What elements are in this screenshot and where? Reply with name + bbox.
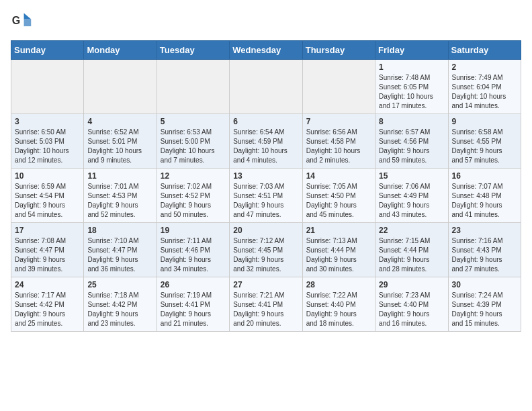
day-number: 7 [306, 117, 371, 126]
svg-text:G: G [12, 15, 20, 26]
calendar-cell: 25Sunrise: 7:18 AM Sunset: 4:42 PM Dayli… [84, 277, 157, 332]
cell-info: Sunrise: 7:06 AM Sunset: 4:49 PM Dayligh… [379, 182, 444, 220]
cell-info: Sunrise: 6:59 AM Sunset: 4:54 PM Dayligh… [15, 182, 80, 220]
calendar-week: 3Sunrise: 6:50 AM Sunset: 5:03 PM Daylig… [11, 114, 521, 169]
calendar-cell: 14Sunrise: 7:05 AM Sunset: 4:50 PM Dayli… [302, 169, 375, 223]
cell-info: Sunrise: 7:19 AM Sunset: 4:41 PM Dayligh… [161, 291, 226, 328]
calendar-cell: 12Sunrise: 7:02 AM Sunset: 4:52 PM Dayli… [157, 169, 229, 223]
day-number: 24 [15, 280, 80, 289]
calendar-week: 24Sunrise: 7:17 AM Sunset: 4:42 PM Dayli… [11, 277, 521, 332]
day-number: 28 [306, 280, 371, 289]
day-number: 14 [306, 171, 371, 181]
cell-info: Sunrise: 7:18 AM Sunset: 4:42 PM Dayligh… [87, 291, 152, 328]
weekday-header: Friday [375, 41, 448, 60]
day-number: 22 [379, 226, 444, 235]
calendar-week: 17Sunrise: 7:08 AM Sunset: 4:47 PM Dayli… [11, 223, 521, 277]
cell-info: Sunrise: 6:50 AM Sunset: 5:03 PM Dayligh… [15, 128, 80, 165]
day-number: 4 [87, 117, 152, 126]
cell-info: Sunrise: 6:53 AM Sunset: 5:00 PM Dayligh… [161, 128, 226, 165]
day-number: 29 [379, 280, 444, 289]
svg-marker-3 [24, 19, 32, 26]
cell-info: Sunrise: 6:54 AM Sunset: 4:59 PM Dayligh… [233, 128, 298, 165]
calendar-cell [230, 60, 302, 114]
cell-info: Sunrise: 7:21 AM Sunset: 4:41 PM Dayligh… [233, 291, 298, 328]
day-number: 2 [452, 62, 517, 72]
calendar-cell: 10Sunrise: 6:59 AM Sunset: 4:54 PM Dayli… [11, 169, 84, 223]
weekday-header: Wednesday [230, 41, 302, 60]
day-number: 21 [306, 226, 371, 235]
cell-info: Sunrise: 7:01 AM Sunset: 4:53 PM Dayligh… [87, 182, 152, 220]
calendar-cell: 13Sunrise: 7:03 AM Sunset: 4:51 PM Dayli… [230, 169, 302, 223]
calendar-cell: 24Sunrise: 7:17 AM Sunset: 4:42 PM Dayli… [11, 277, 84, 332]
cell-info: Sunrise: 6:52 AM Sunset: 5:01 PM Dayligh… [87, 128, 152, 165]
cell-info: Sunrise: 6:57 AM Sunset: 4:56 PM Dayligh… [379, 128, 444, 165]
cell-info: Sunrise: 7:05 AM Sunset: 4:50 PM Dayligh… [306, 182, 371, 220]
cell-info: Sunrise: 7:12 AM Sunset: 4:45 PM Dayligh… [233, 236, 298, 274]
calendar-cell: 11Sunrise: 7:01 AM Sunset: 4:53 PM Dayli… [84, 169, 157, 223]
calendar-cell: 26Sunrise: 7:19 AM Sunset: 4:41 PM Dayli… [157, 277, 229, 332]
logo-icon: G [11, 11, 32, 32]
calendar-cell: 8Sunrise: 6:57 AM Sunset: 4:56 PM Daylig… [375, 114, 448, 169]
weekday-header: Sunday [11, 41, 84, 60]
day-number: 25 [87, 280, 152, 289]
cell-info: Sunrise: 6:56 AM Sunset: 4:58 PM Dayligh… [306, 128, 371, 165]
calendar-cell: 23Sunrise: 7:16 AM Sunset: 4:43 PM Dayli… [448, 223, 521, 277]
calendar-cell [157, 60, 229, 114]
day-number: 15 [379, 171, 444, 181]
calendar-cell [302, 60, 375, 114]
day-number: 11 [87, 171, 152, 181]
day-number: 20 [233, 226, 298, 235]
calendar-cell: 6Sunrise: 6:54 AM Sunset: 4:59 PM Daylig… [230, 114, 302, 169]
weekday-header: Monday [84, 41, 157, 60]
day-number: 16 [452, 171, 517, 181]
day-number: 19 [161, 226, 226, 235]
calendar-cell: 18Sunrise: 7:10 AM Sunset: 4:47 PM Dayli… [84, 223, 157, 277]
calendar-cell: 28Sunrise: 7:22 AM Sunset: 4:40 PM Dayli… [302, 277, 375, 332]
calendar-cell: 1Sunrise: 7:48 AM Sunset: 6:05 PM Daylig… [375, 60, 448, 114]
calendar-cell: 4Sunrise: 6:52 AM Sunset: 5:01 PM Daylig… [84, 114, 157, 169]
calendar-cell: 2Sunrise: 7:49 AM Sunset: 6:04 PM Daylig… [448, 60, 521, 114]
weekday-row: SundayMondayTuesdayWednesdayThursdayFrid… [11, 41, 521, 60]
calendar-cell: 5Sunrise: 6:53 AM Sunset: 5:00 PM Daylig… [157, 114, 229, 169]
weekday-header: Tuesday [157, 41, 229, 60]
calendar-cell: 15Sunrise: 7:06 AM Sunset: 4:49 PM Dayli… [375, 169, 448, 223]
day-number: 1 [379, 62, 444, 72]
weekday-header: Saturday [448, 41, 521, 60]
weekday-header: Thursday [302, 41, 375, 60]
calendar-cell: 16Sunrise: 7:07 AM Sunset: 4:48 PM Dayli… [448, 169, 521, 223]
day-number: 18 [87, 226, 152, 235]
cell-info: Sunrise: 7:02 AM Sunset: 4:52 PM Dayligh… [161, 182, 226, 220]
day-number: 8 [379, 117, 444, 126]
day-number: 26 [161, 280, 226, 289]
cell-info: Sunrise: 7:23 AM Sunset: 4:40 PM Dayligh… [379, 291, 444, 328]
day-number: 5 [161, 117, 226, 126]
page-header: G [11, 11, 521, 32]
day-number: 13 [233, 171, 298, 181]
day-number: 9 [452, 117, 517, 126]
calendar-cell: 22Sunrise: 7:15 AM Sunset: 4:44 PM Dayli… [375, 223, 448, 277]
cell-info: Sunrise: 7:22 AM Sunset: 4:40 PM Dayligh… [306, 291, 371, 328]
calendar-week: 1Sunrise: 7:48 AM Sunset: 6:05 PM Daylig… [11, 60, 521, 114]
cell-info: Sunrise: 7:10 AM Sunset: 4:47 PM Dayligh… [87, 236, 152, 274]
calendar-cell: 30Sunrise: 7:24 AM Sunset: 4:39 PM Dayli… [448, 277, 521, 332]
cell-info: Sunrise: 7:03 AM Sunset: 4:51 PM Dayligh… [233, 182, 298, 220]
calendar-cell: 27Sunrise: 7:21 AM Sunset: 4:41 PM Dayli… [230, 277, 302, 332]
calendar-cell: 29Sunrise: 7:23 AM Sunset: 4:40 PM Dayli… [375, 277, 448, 332]
day-number: 23 [452, 226, 517, 235]
cell-info: Sunrise: 7:49 AM Sunset: 6:04 PM Dayligh… [452, 73, 517, 111]
day-number: 6 [233, 117, 298, 126]
logo: G [11, 11, 35, 32]
calendar-cell: 21Sunrise: 7:13 AM Sunset: 4:44 PM Dayli… [302, 223, 375, 277]
cell-info: Sunrise: 7:07 AM Sunset: 4:48 PM Dayligh… [452, 182, 517, 220]
day-number: 3 [15, 117, 80, 126]
calendar-header: SundayMondayTuesdayWednesdayThursdayFrid… [11, 41, 521, 60]
cell-info: Sunrise: 6:58 AM Sunset: 4:55 PM Dayligh… [452, 128, 517, 165]
cell-info: Sunrise: 7:16 AM Sunset: 4:43 PM Dayligh… [452, 236, 517, 274]
cell-info: Sunrise: 7:48 AM Sunset: 6:05 PM Dayligh… [379, 73, 444, 111]
calendar-cell: 9Sunrise: 6:58 AM Sunset: 4:55 PM Daylig… [448, 114, 521, 169]
calendar-cell [84, 60, 157, 114]
day-number: 17 [15, 226, 80, 235]
calendar-week: 10Sunrise: 6:59 AM Sunset: 4:54 PM Dayli… [11, 169, 521, 223]
day-number: 12 [161, 171, 226, 181]
cell-info: Sunrise: 7:17 AM Sunset: 4:42 PM Dayligh… [15, 291, 80, 328]
